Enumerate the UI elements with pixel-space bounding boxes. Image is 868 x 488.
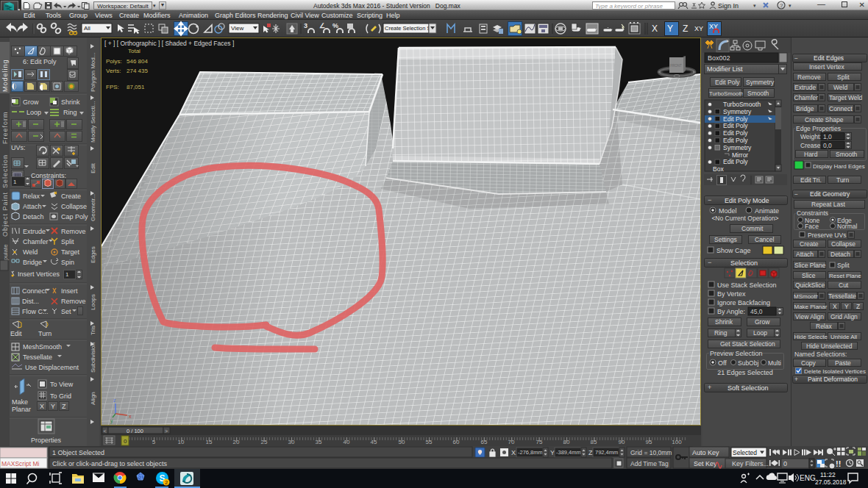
svg-text:11:22: 11:22 xyxy=(820,471,836,478)
svg-text:FRONT: FRONT xyxy=(670,64,682,68)
svg-text:Attach: Attach xyxy=(23,203,42,210)
svg-text:Grid = 10,0mm: Grid = 10,0mm xyxy=(630,449,672,456)
svg-text:274 435: 274 435 xyxy=(127,68,148,74)
svg-text:FPS:: FPS: xyxy=(106,84,119,90)
svg-text:Modifier List: Modifier List xyxy=(707,65,743,73)
svg-text:−: − xyxy=(794,190,798,198)
svg-text:75: 75 xyxy=(536,439,543,445)
svg-text:Set: Set xyxy=(61,308,71,315)
svg-text:Insert Vertices: Insert Vertices xyxy=(18,270,60,278)
svg-text:Extrude: Extrude xyxy=(794,84,817,91)
svg-text:QuickSlice: QuickSlice xyxy=(795,281,825,289)
svg-text:Show Cage: Show Cage xyxy=(716,247,751,254)
svg-text:MeshSmooth: MeshSmooth xyxy=(23,343,62,351)
svg-text:90: 90 xyxy=(619,439,625,445)
svg-text:Box: Box xyxy=(713,165,724,173)
svg-text:Use Displacement: Use Displacement xyxy=(25,364,79,371)
svg-text:Key Filters...: Key Filters... xyxy=(732,460,769,467)
svg-text:Object Paint: Object Paint xyxy=(1,192,9,237)
svg-text:Grid Align: Grid Align xyxy=(830,313,858,320)
svg-text:X: X xyxy=(652,24,658,34)
svg-text:Create: Create xyxy=(61,193,81,200)
svg-text:Create Selection Se: Create Selection Se xyxy=(385,25,434,32)
svg-text:Selection: Selection xyxy=(730,259,758,267)
svg-text:Use Stack Selection: Use Stack Selection xyxy=(717,281,777,289)
svg-text:ENG: ENG xyxy=(800,474,816,482)
svg-text:UVs:: UVs: xyxy=(11,144,26,151)
svg-text:Edit Poly: Edit Poly xyxy=(723,122,748,129)
svg-text:Subdivision: Subdivision xyxy=(90,342,96,373)
svg-text:+: + xyxy=(794,376,798,383)
svg-text:Y: Y xyxy=(667,24,673,34)
svg-text:X: X xyxy=(40,403,44,410)
svg-text:0 / 100: 0 / 100 xyxy=(127,428,143,434)
svg-text:Edit Geometry: Edit Geometry xyxy=(810,190,850,198)
svg-text:85: 85 xyxy=(591,439,597,445)
svg-text:−: − xyxy=(794,54,798,62)
svg-text:TurboSmooth: TurboSmooth xyxy=(709,90,744,97)
svg-text:Freeform: Freeform xyxy=(1,111,9,144)
svg-text:Selected: Selected xyxy=(733,449,757,456)
svg-text:By Vertex: By Vertex xyxy=(717,290,746,298)
svg-text:Auto Key: Auto Key xyxy=(692,449,719,456)
svg-text:Loop: Loop xyxy=(26,109,41,116)
svg-text:−: − xyxy=(708,196,711,204)
svg-text:Tessellate: Tessellate xyxy=(828,293,856,300)
svg-text:Unhide All: Unhide All xyxy=(830,334,857,340)
svg-text:95: 95 xyxy=(646,439,652,445)
svg-text:Off: Off xyxy=(718,359,727,367)
svg-text:TurboSmooth: TurboSmooth xyxy=(723,101,761,108)
svg-text:Dist...: Dist... xyxy=(22,298,39,305)
svg-text:Verts:: Verts: xyxy=(106,68,121,74)
svg-text:15: 15 xyxy=(206,439,213,445)
svg-text:100: 100 xyxy=(672,439,682,445)
svg-text:Connect: Connect xyxy=(829,105,853,112)
svg-text:∠: ∠ xyxy=(319,22,325,29)
svg-text:View: View xyxy=(231,25,243,32)
svg-text:6: Edit Poly: 6: Edit Poly xyxy=(23,58,57,65)
svg-text:Relax: Relax xyxy=(23,193,40,200)
svg-text:Settings: Settings xyxy=(714,236,737,243)
svg-text:30: 30 xyxy=(288,439,295,445)
svg-text:Y: Y xyxy=(51,403,55,410)
svg-text:1,0: 1,0 xyxy=(823,133,832,140)
svg-text:Edit: Edit xyxy=(10,330,22,337)
svg-text:SubObj: SubObj xyxy=(738,359,758,367)
svg-text:Constraints: Constraints xyxy=(797,209,828,217)
svg-text:50: 50 xyxy=(399,439,405,445)
svg-text:5: 5 xyxy=(152,439,156,445)
svg-text:1: 1 xyxy=(65,271,69,278)
svg-text:X: X xyxy=(833,303,837,310)
svg-text:To View: To View xyxy=(50,381,74,388)
svg-text:▾: ▾ xyxy=(753,3,756,8)
svg-text:▾: ▾ xyxy=(789,3,791,8)
svg-text:40: 40 xyxy=(344,439,350,445)
svg-text:Hide Selected: Hide Selected xyxy=(794,334,831,340)
svg-text:Selection: Selection xyxy=(1,154,9,188)
svg-text:Preview Selection: Preview Selection xyxy=(710,350,763,357)
svg-text:By Angle:: By Angle: xyxy=(717,308,745,315)
svg-text:Remove: Remove xyxy=(797,73,821,81)
svg-text:Ring: Ring xyxy=(63,109,77,116)
svg-text:Remove: Remove xyxy=(61,228,86,235)
svg-text:Collapse: Collapse xyxy=(831,240,855,248)
svg-text:21 Edges Selected: 21 Edges Selected xyxy=(717,369,773,376)
svg-text:Cap Poly: Cap Poly xyxy=(61,213,88,220)
svg-text:Split: Split xyxy=(61,238,74,245)
svg-text:Edge Properties: Edge Properties xyxy=(796,125,841,132)
svg-text:Detach: Detach xyxy=(830,251,850,258)
svg-text:XY: XY xyxy=(694,25,703,32)
svg-text:Create Shape: Create Shape xyxy=(805,116,844,123)
svg-text:Display Hard Edges: Display Hard Edges xyxy=(813,163,865,170)
svg-text:Modify Selecti...: Modify Selecti... xyxy=(90,101,96,143)
svg-text:Edit: Edit xyxy=(90,162,96,173)
svg-text:Shrink: Shrink xyxy=(61,98,80,106)
svg-text:Box002: Box002 xyxy=(708,54,730,62)
svg-text:−: − xyxy=(708,259,711,266)
svg-text:Constraints:: Constraints: xyxy=(31,172,66,179)
svg-text:<: < xyxy=(104,428,107,434)
svg-text:Tris: Tris xyxy=(90,326,96,335)
svg-text:45: 45 xyxy=(371,439,377,445)
svg-text:Normal: Normal xyxy=(837,223,858,230)
svg-text:Crease:: Crease: xyxy=(800,142,822,149)
